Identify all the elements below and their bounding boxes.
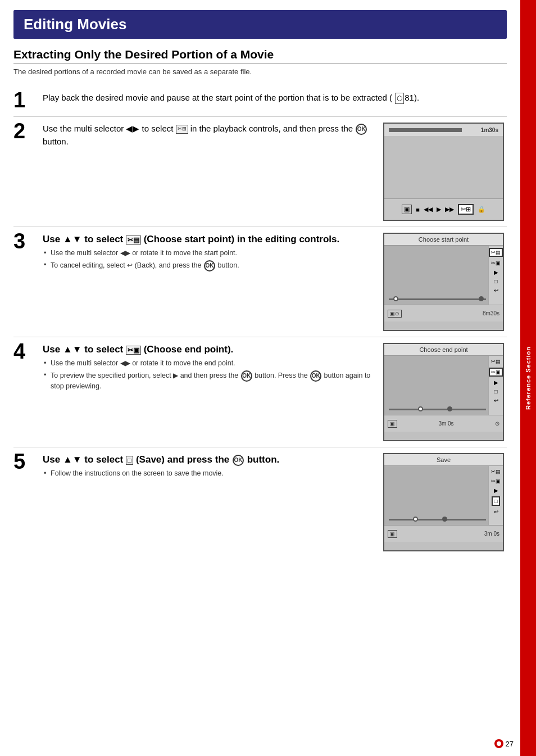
- step-4-bullets: Use the multi selector ◀▶ or rotate it t…: [43, 359, 379, 392]
- page-dot-inner: [497, 741, 501, 746]
- step-1-number: 1: [13, 89, 43, 111]
- step-5: 5 Use ▲▼ to select □ (Save) and press th…: [13, 447, 507, 557]
- page-footer: 27: [494, 739, 514, 748]
- progress-bar: [389, 128, 462, 132]
- step-3-bullet-1: Use the multi selector ◀▶ or rotate it t…: [43, 248, 379, 259]
- ok-btn-step4a: OK: [241, 370, 252, 382]
- red-sidebar: Reference Section: [520, 0, 536, 756]
- step-4-bullet-1: Use the multi selector ◀▶ or rotate it t…: [43, 359, 379, 369]
- screen2-sidebar: ✂▤ ✂▣ ▶ □ ↩: [488, 246, 503, 305]
- time-display: 1m30s: [481, 127, 498, 133]
- slider-thumb3-left: [418, 406, 423, 411]
- screen3-battery: ▣: [388, 420, 397, 428]
- step-3-bullet-2: To cancel editing, select ↩ (Back), and …: [43, 260, 379, 271]
- step-3-text: Use ▲▼ to select ✂▤ (Choose start point)…: [43, 233, 379, 246]
- ctrl-battery: ▣: [402, 205, 412, 214]
- step-2-body: Use the multi selector ◀▶ to select ✄⊞ i…: [43, 123, 383, 150]
- screen3-footer: ▣ 3m 0s ⊙: [384, 415, 503, 432]
- step-5-number: 5: [13, 451, 43, 472]
- edit-scissors-icon: ✄⊞: [176, 125, 188, 134]
- screen3-sidebar: ✂▤ ✂▣ ▶ □ ↩: [488, 356, 503, 415]
- slider-thumb-left: [393, 296, 398, 301]
- screen2-time: 8m30s: [483, 310, 499, 316]
- ok-btn-step3: OK: [204, 260, 215, 271]
- step-2: 2 Use the multi selector ◀▶ to select ✄⊞…: [13, 117, 507, 227]
- icon-scissors-start-s4: ✂▤: [490, 468, 502, 475]
- step-1-text: Play back the desired movie and pause at…: [43, 92, 502, 105]
- step-4: 4 Use ▲▼ to select ✂▣ (Choose end point)…: [13, 337, 507, 447]
- screen4-footer: ▣ 3m 0s: [384, 525, 503, 542]
- screen4-battery: ▣: [388, 530, 397, 538]
- screen2-body: ✂▤ ✂▣ ▶ □ ↩: [384, 246, 503, 305]
- cam-screen-2: Choose start point ✂▤ ✂▣ ▶ □: [383, 233, 504, 331]
- icon-back-s2: ↩: [494, 287, 498, 293]
- page-title: Editing Movies: [24, 16, 497, 33]
- step-4-text: Use ▲▼ to select ✂▣ (Choose end point).: [43, 343, 379, 356]
- step-5-bullets: Follow the instructions on the screen to…: [43, 469, 379, 479]
- screen2-header: Choose start point: [384, 234, 503, 246]
- icon-save-s3: □: [494, 388, 497, 395]
- ok-button-icon: OK: [356, 124, 367, 135]
- slider-thumb3-right: [447, 406, 452, 411]
- icon-scissors-end-selected-s3: ✂▣: [489, 368, 503, 377]
- subtitle: The desired portions of a recorded movie…: [13, 67, 507, 76]
- step-3-image: Choose start point ✂▤ ✂▣ ▶ □: [383, 233, 507, 331]
- title-box: Editing Movies: [13, 10, 507, 39]
- step-4-body: Use ▲▼ to select ✂▣ (Choose end point). …: [43, 343, 383, 394]
- step-4-bullet-2: To preview the specified portion, select…: [43, 370, 379, 392]
- icon-play-s2: ▶: [494, 269, 498, 275]
- step-4-number: 4: [13, 341, 43, 362]
- ctrl-play: ▶: [437, 206, 441, 213]
- ctrl-protect: 🔒: [478, 206, 485, 213]
- icon-play-s3: ▶: [494, 379, 498, 386]
- screen4-header: Save: [384, 454, 503, 466]
- step-5-image: Save ✂▤ ✂▣ ▶ □ ↩: [383, 453, 507, 551]
- step-1-body: Play back the desired movie and pause at…: [43, 92, 507, 107]
- screen3-time: 3m 0s: [438, 420, 453, 427]
- ctrl-frame-back: ◀◀: [424, 206, 433, 213]
- slider-track-2: [389, 298, 486, 300]
- step-3-body: Use ▲▼ to select ✂▤ (Choose start point)…: [43, 233, 383, 274]
- ctrl-frame-fwd: ▶▶: [445, 206, 454, 213]
- page: Reference Section Editing Movies Extract…: [0, 0, 536, 756]
- screen2-battery: ▣⊙: [388, 310, 402, 318]
- playback-controls: ▣ ■ ◀◀ ▶ ▶▶ ✄⊞ 🔒: [384, 198, 503, 220]
- step-3: 3 Use ▲▼ to select ✂▤ (Choose start poin…: [13, 227, 507, 337]
- slider-thumb4-left: [413, 517, 418, 522]
- ctrl-stop: ■: [416, 206, 420, 213]
- icon-scissors-end: ✂▣: [490, 260, 502, 266]
- ok-btn-step5: OK: [233, 455, 244, 466]
- step-1: 1 Play back the desired movie and pause …: [13, 86, 507, 117]
- icon-back-s4: ↩: [494, 509, 498, 515]
- step-3-number: 3: [13, 230, 43, 252]
- slider-track-3: [389, 409, 486, 410]
- slider-thumb-right: [479, 296, 484, 301]
- icon-back-s3: ↩: [494, 397, 498, 404]
- screen4-body: ✂▤ ✂▣ ▶ □ ↩: [384, 466, 503, 525]
- icon-save-s2: □: [494, 278, 497, 284]
- icon-scissors-start-selected: ✂▤: [489, 248, 503, 257]
- screen3-header: Choose end point: [384, 344, 503, 356]
- page-number: 27: [506, 740, 514, 748]
- page-ref-icon: ⬡: [395, 93, 404, 104]
- main-content: Editing Movies Extracting Only the Desir…: [0, 0, 520, 571]
- cam-screen-1: 1m30s ▣ ■ ◀◀ ▶ ▶▶ ✄⊞ 🔒: [383, 123, 504, 221]
- step-2-image: 1m30s ▣ ■ ◀◀ ▶ ▶▶ ✄⊞ 🔒: [383, 123, 507, 221]
- screen4-time: 3m 0s: [484, 531, 499, 537]
- screen3-body: ✂▤ ✂▣ ▶ □ ↩: [384, 356, 503, 415]
- icon-scissors-end-s4: ✂▣: [490, 478, 502, 485]
- icon-play-s4: ▶: [494, 487, 498, 494]
- screen3-icon: ⊙: [495, 420, 499, 427]
- step-2-number: 2: [13, 120, 43, 142]
- sidebar-label: Reference Section: [525, 346, 532, 410]
- step-5-body: Use ▲▼ to select □ (Save) and press the …: [43, 453, 383, 481]
- icon-scissors-start-s3: ✂▤: [490, 358, 502, 365]
- step-5-text: Use ▲▼ to select □ (Save) and press the …: [43, 453, 379, 467]
- step-5-bullet-1: Follow the instructions on the screen to…: [43, 469, 379, 479]
- step-3-bullets: Use the multi selector ◀▶ or rotate it t…: [43, 248, 379, 272]
- section-heading: Extracting Only the Desired Portion of a…: [13, 48, 507, 64]
- step-2-text: Use the multi selector ◀▶ to select ✄⊞ i…: [43, 123, 379, 148]
- screen2-footer: ▣⊙ 8m30s: [384, 305, 503, 322]
- step-4-image: Choose end point ✂▤ ✂▣ ▶ □ ↩: [383, 343, 507, 441]
- page-dot-icon: [494, 739, 503, 748]
